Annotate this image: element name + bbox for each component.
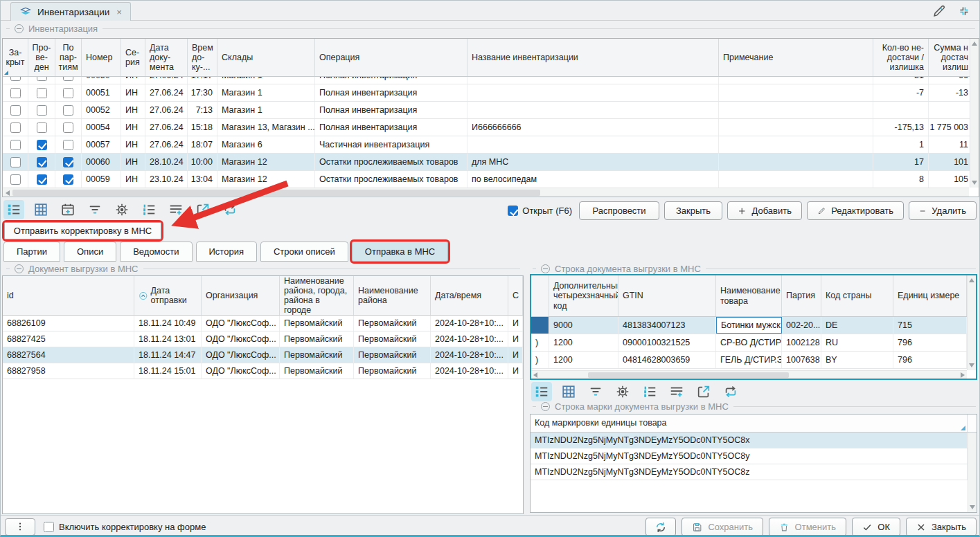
table-cell[interactable]	[719, 171, 873, 188]
add-button[interactable]: Добавить	[727, 201, 802, 220]
horizontal-scrollbar[interactable]	[3, 188, 969, 197]
vertical-scrollbar[interactable]	[968, 433, 977, 512]
table-cell[interactable]: Магазин 1	[217, 102, 315, 118]
list-view-icon[interactable]	[3, 200, 24, 219]
table-cell[interactable]: ОДО "ЛюксСоф...	[202, 347, 280, 363]
table-cell[interactable]: -175,13	[873, 119, 929, 136]
table-row[interactable]: 6882742518.11.24 13:01ОДО "ЛюксСоф...Пер…	[3, 331, 523, 347]
table-cell[interactable]: BY	[821, 352, 893, 368]
column-header[interactable]: Примечание	[719, 39, 873, 76]
table-cell[interactable]: 00054	[82, 119, 121, 136]
table-cell[interactable]	[467, 136, 719, 153]
checkbox-unchecked[interactable]	[63, 140, 73, 150]
table-row[interactable]: 00052ИН27.06.247:13Магазин 1Полная инвен…	[3, 102, 979, 119]
table-cell[interactable]	[55, 171, 82, 188]
table-cell[interactable]: 105	[929, 171, 973, 188]
table-cell[interactable]	[719, 84, 873, 101]
table-cell[interactable]: Полная инвентаризация	[315, 84, 467, 101]
checkbox-checked[interactable]	[37, 157, 47, 167]
checkbox-unchecked[interactable]	[63, 122, 73, 133]
table-cell[interactable]	[719, 119, 873, 136]
table-row[interactable]: )120009000100321525СР-ВО Д/СТИРК...10021…	[531, 334, 976, 352]
table-cell[interactable]: 1200	[549, 334, 618, 351]
table-cell[interactable]: 68827958	[3, 363, 134, 379]
numbered-list-icon[interactable]	[639, 382, 660, 401]
table-cell[interactable]: 4813834007123	[618, 317, 716, 334]
table-cell[interactable]: Первомайский	[280, 331, 354, 347]
table-cell[interactable]: ОДО "ЛюксСоф...	[202, 316, 280, 331]
table-cell[interactable]: Первомайский	[354, 316, 431, 331]
table-cell[interactable]: Остатки прослеживаемых товаров	[315, 154, 467, 170]
table-cell[interactable]: ИН	[121, 77, 145, 84]
checkbox-unchecked[interactable]	[37, 122, 47, 133]
table-cell[interactable]: 28.10.24	[145, 154, 188, 170]
table-cell[interactable]: DE	[821, 317, 893, 334]
table-cell[interactable]: 00050	[82, 77, 121, 84]
table-cell[interactable]: Частичная инвентаризация	[315, 136, 467, 153]
table-cell[interactable]: 15:18	[188, 119, 217, 136]
table-cell[interactable]	[28, 102, 55, 118]
collapse-icon[interactable]	[541, 402, 550, 411]
table-row[interactable]: )120004814628003659ГЕЛЬ Д/СТИР.Э...10076…	[531, 352, 976, 369]
column-header[interactable]: Про- ве- ден	[28, 39, 55, 76]
checkbox-unchecked[interactable]	[63, 77, 73, 81]
add-row-icon[interactable]	[166, 200, 186, 219]
table-cell[interactable]	[55, 136, 82, 153]
close-document-button[interactable]: Закрыть	[664, 201, 722, 220]
filter-icon[interactable]	[84, 200, 105, 219]
table-cell[interactable]	[3, 84, 28, 101]
table-cell[interactable]	[719, 136, 873, 153]
tab-close-icon[interactable]: ×	[115, 7, 122, 17]
column-header[interactable]: Кол-во не- достачи / излишка	[873, 39, 929, 76]
send-correction-button[interactable]: Отправить корректировку в МНС	[4, 222, 161, 239]
table-cell[interactable]: )	[531, 334, 549, 351]
table-cell[interactable]	[3, 119, 28, 136]
checkbox-unchecked[interactable]	[37, 105, 47, 116]
table-cell[interactable]: 17	[873, 154, 929, 170]
table-cell[interactable]: СР-ВО Д/СТИРК...	[716, 334, 782, 351]
checkbox-checked[interactable]	[37, 140, 47, 150]
table-cell[interactable]: 2024-10-28+10:...	[431, 347, 508, 363]
table-cell[interactable]	[28, 136, 55, 153]
table-cell[interactable]: 13:04	[188, 171, 217, 188]
table-cell[interactable]: ИН	[121, 171, 145, 188]
table-cell[interactable]: 68827564	[3, 347, 134, 363]
table-cell[interactable]: Полная инвентаризация	[315, 102, 467, 118]
calendar-add-icon[interactable]	[57, 200, 78, 219]
table-cell[interactable]: 27.06.24	[145, 77, 188, 84]
table-cell[interactable]: 2024-10-28+10:...	[431, 363, 508, 379]
checkbox-unchecked[interactable]	[10, 174, 21, 185]
table-cell[interactable]	[719, 154, 873, 170]
edit-button[interactable]: Редактировать	[807, 201, 904, 220]
column-header[interactable]: Номер	[82, 39, 121, 76]
table-cell[interactable]: И	[508, 363, 523, 379]
table-cell[interactable]: Полная инвентаризация	[315, 119, 467, 136]
table-cell[interactable]: Остатки прослеживаемых товаров	[315, 171, 467, 188]
table-cell[interactable]: 2024-10-28+10:...	[431, 331, 508, 347]
table-cell[interactable]: RU	[821, 334, 893, 351]
checkbox-unchecked[interactable]	[10, 105, 21, 116]
table-cell[interactable]: 1200	[549, 352, 618, 368]
column-header[interactable]: Операция	[315, 39, 467, 76]
delete-button[interactable]: Удалить	[909, 201, 977, 220]
table-cell[interactable]: Магазин 12	[217, 154, 315, 170]
table-row[interactable]: 00057ИН27.06.2418:07Магазин 6Частичная и…	[3, 136, 979, 154]
checkbox-unchecked[interactable]	[10, 77, 21, 81]
collapse-icon[interactable]	[15, 24, 24, 33]
column-header[interactable]: Дата доку- мента	[145, 39, 188, 76]
cancel-button[interactable]: Отменить	[769, 518, 846, 536]
checkbox-unchecked[interactable]	[10, 157, 21, 167]
table-cell[interactable]: 18.11.24 10:49	[134, 316, 202, 331]
table-row[interactable]: 00050ИН27.06.2417:17Магазин 1Полная инве…	[3, 77, 979, 84]
open-window-icon[interactable]	[193, 200, 213, 219]
table-cell[interactable]	[55, 154, 82, 170]
table-cell[interactable]	[3, 171, 28, 188]
settings-gear-icon[interactable]	[612, 382, 633, 401]
table-cell[interactable]: 17:17	[188, 77, 217, 84]
column-header[interactable]: Дополнительный четырехзначный код	[549, 275, 618, 316]
numbered-list-icon[interactable]	[139, 200, 159, 219]
table-cell[interactable]: 715	[893, 317, 967, 334]
column-header[interactable]: Дата/время	[431, 276, 508, 315]
column-header[interactable]: Наименование района	[354, 276, 431, 315]
table-cell[interactable]: 27.06.24	[145, 119, 188, 136]
